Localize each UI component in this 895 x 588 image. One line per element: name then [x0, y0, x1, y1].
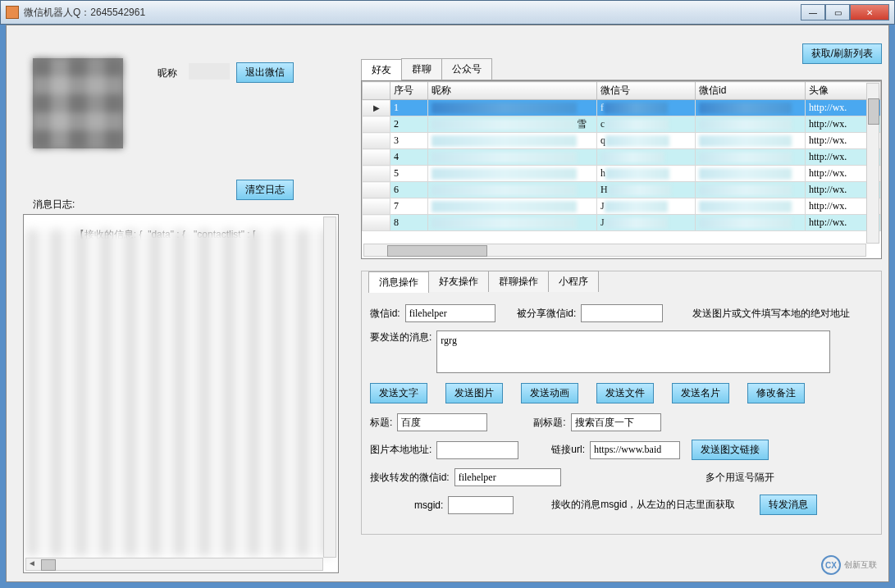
col-id[interactable]: 微信id [696, 82, 806, 100]
title-label: 标题: [370, 416, 392, 430]
tab-official[interactable]: 公众号 [441, 58, 492, 80]
tab-friends[interactable]: 好友 [361, 59, 402, 80]
app-icon [6, 6, 19, 19]
col-nick[interactable]: 昵称 [428, 82, 597, 100]
send-text-button[interactable]: 发送文字 [370, 383, 427, 403]
clear-log-button[interactable]: 清空日志 [236, 180, 294, 200]
table-row[interactable]: 1fhttp://wx. [363, 100, 881, 116]
col-seq[interactable]: 序号 [390, 82, 428, 100]
title-input[interactable] [397, 413, 487, 431]
logout-button[interactable]: 退出微信 [236, 62, 294, 83]
right-panel: 好友 群聊 公众号 序号 昵称 微信号 微信id 头像 1fhttp://wx.… [361, 58, 882, 573]
tab-groups[interactable]: 群聊 [401, 58, 442, 80]
table-row[interactable]: 7Jhttp://wx. [363, 198, 881, 215]
log-scrollbar-horizontal[interactable] [25, 558, 323, 571]
message-label: 要发送的消息: [370, 330, 432, 344]
send-anim-button[interactable]: 发送动画 [521, 383, 578, 403]
table-row[interactable]: 4http://wx. [363, 149, 881, 166]
titlebar: 微信机器人Q：2645542961 — ▭ ✕ [0, 0, 895, 25]
shared-id-label: 被分享微信id: [517, 307, 577, 321]
forward-id-input[interactable] [454, 468, 561, 486]
send-file-button[interactable]: 发送文件 [596, 383, 654, 403]
msgid-label: msgid: [414, 499, 443, 511]
col-wx[interactable]: 微信号 [597, 82, 696, 100]
log-label: 消息日志: [33, 198, 75, 212]
tab-friend-ops[interactable]: 好友操作 [428, 271, 489, 292]
table-row[interactable]: 3qhttp://wx. [363, 133, 881, 149]
grid-scrollbar-horizontal[interactable] [363, 244, 866, 257]
lower-panel: 消息操作 好友操作 群聊操作 小程序 微信id: 被分享微信id: 发送图片或文… [361, 271, 882, 535]
grid-corner [363, 82, 390, 100]
window-title: 微信机器人Q：2645542961 [24, 6, 145, 20]
table-row[interactable]: 8Jhttp://wx. [363, 215, 881, 231]
edit-remark-button[interactable]: 修改备注 [747, 383, 805, 403]
tab-msg-ops[interactable]: 消息操作 [368, 271, 429, 293]
wxid-label: 微信id: [370, 307, 400, 321]
multi-hint: 多个用逗号隔开 [705, 471, 774, 485]
forward-button[interactable]: 转发消息 [760, 495, 817, 515]
watermark: CX 创新互联 [821, 555, 877, 575]
watermark-logo-icon: CX [821, 555, 841, 575]
left-panel: 昵称 退出微信 清空日志 消息日志: 【接收的信息: { "data" : { … [16, 58, 349, 573]
tab-mini[interactable]: 小程序 [548, 271, 599, 292]
imgpath-input[interactable] [436, 441, 518, 459]
grid-scrollbar-vertical[interactable] [866, 83, 879, 244]
imgpath-label: 图片本地地址: [370, 443, 432, 457]
table-row[interactable]: 2雪chttp://wx. [363, 116, 881, 133]
send-card-button[interactable]: 发送名片 [672, 383, 729, 403]
nickname-value [189, 63, 230, 80]
table-row[interactable]: 6Hhttp://wx. [363, 182, 881, 198]
message-textarea[interactable] [436, 330, 830, 373]
tab-group-ops[interactable]: 群聊操作 [488, 271, 549, 292]
data-grid[interactable]: 序号 昵称 微信号 微信id 头像 1fhttp://wx.2雪chttp://… [361, 80, 882, 259]
hint-image-path: 发送图片或文件填写本地的绝对地址 [692, 307, 850, 321]
client-area: 获取/刷新列表 昵称 退出微信 清空日志 消息日志: 【接收的信息: { "da… [6, 25, 889, 582]
log-textarea[interactable]: 【接收的信息: { "data" : { "contactlist" : [ [23, 214, 339, 573]
subtitle-input[interactable] [571, 413, 661, 431]
subtitle-label: 副标题: [533, 416, 565, 430]
url-input[interactable] [590, 441, 680, 459]
shared-id-input[interactable] [581, 304, 663, 322]
send-image-button[interactable]: 发送图片 [445, 383, 503, 403]
avatar [33, 58, 123, 148]
watermark-text: 创新互联 [844, 559, 877, 571]
table-row[interactable]: 5hhttp://wx. [363, 166, 881, 182]
log-scrollbar-vertical[interactable] [323, 217, 336, 558]
minimize-button[interactable]: — [801, 4, 825, 21]
send-link-button[interactable]: 发送图文链接 [692, 440, 769, 460]
msgid-hint: 接收的消息msgid，从左边的日志里面获取 [551, 498, 735, 512]
forward-id-label: 接收转发的微信id: [370, 471, 450, 485]
maximize-button[interactable]: ▭ [825, 4, 850, 21]
nickname-label: 昵称 [158, 66, 177, 80]
wxid-input[interactable] [405, 304, 495, 322]
top-tabs: 好友 群聊 公众号 [361, 58, 882, 80]
close-button[interactable]: ✕ [850, 4, 889, 21]
url-label: 链接url: [551, 443, 585, 457]
msgid-input[interactable] [448, 496, 514, 514]
